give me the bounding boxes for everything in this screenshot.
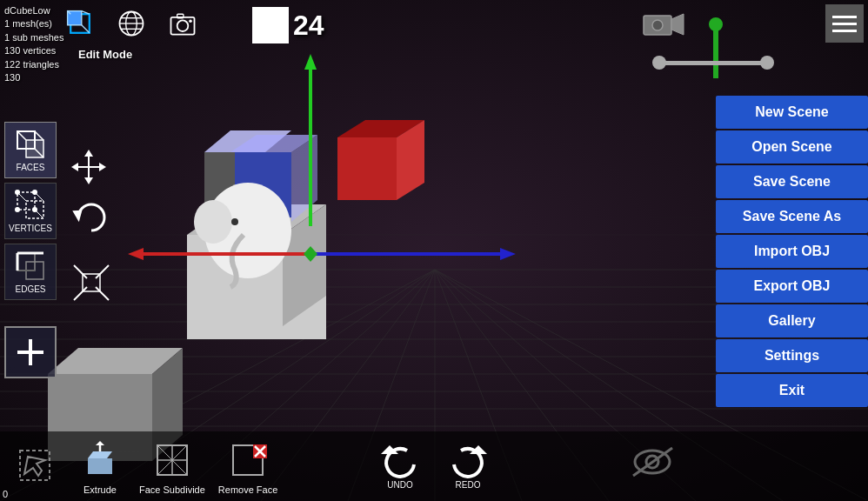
undo-label: UNDO bbox=[387, 480, 412, 490]
top-toolbar bbox=[61, 4, 202, 43]
svg-rect-108 bbox=[88, 458, 112, 474]
undo-button[interactable]: UNDO bbox=[379, 444, 421, 490]
vertices-count: 130 vertices bbox=[4, 44, 63, 57]
svg-rect-106 bbox=[20, 451, 50, 480]
svg-line-72 bbox=[35, 131, 43, 140]
camera-icon[interactable] bbox=[642, 9, 685, 43]
edges-tool[interactable]: EDGES bbox=[4, 244, 57, 300]
svg-rect-65 bbox=[177, 14, 184, 18]
extrude-label: Extrude bbox=[83, 484, 117, 495]
svg-marker-93 bbox=[71, 163, 78, 171]
add-object-button[interactable] bbox=[4, 326, 57, 378]
frame-number: 24 bbox=[293, 10, 324, 42]
svg-marker-109 bbox=[88, 451, 112, 458]
faces-label: FACES bbox=[17, 163, 45, 172]
select-tool-button[interactable] bbox=[9, 443, 61, 490]
hamburger-line-2 bbox=[832, 23, 857, 25]
svg-marker-111 bbox=[96, 441, 104, 445]
coord-display: 0 bbox=[3, 489, 8, 499]
svg-marker-45 bbox=[128, 248, 144, 260]
save-scene-button[interactable]: Save Scene bbox=[716, 165, 868, 198]
select-icon bbox=[12, 443, 57, 488]
coord-value: 0 bbox=[3, 489, 8, 499]
extrude-tool-button[interactable]: Extrude bbox=[74, 438, 126, 495]
svg-rect-74 bbox=[26, 140, 43, 157]
globe-button[interactable] bbox=[112, 4, 150, 43]
open-scene-button[interactable]: Open Scene bbox=[716, 130, 868, 164]
svg-marker-43 bbox=[304, 54, 317, 70]
cube-mode-button[interactable] bbox=[61, 4, 99, 43]
svg-point-41 bbox=[231, 218, 238, 225]
svg-point-27 bbox=[760, 56, 774, 70]
svg-marker-107 bbox=[24, 457, 45, 476]
vertices-label: VERTICES bbox=[9, 224, 52, 233]
info-panel: dCubeLow 1 mesh(es) 1 sub meshes 130 ver… bbox=[4, 4, 63, 84]
import-obj-button[interactable]: Import OBJ bbox=[716, 235, 868, 268]
svg-marker-92 bbox=[84, 177, 93, 184]
redo-button[interactable]: REDO bbox=[447, 444, 489, 490]
svg-marker-94 bbox=[99, 163, 106, 171]
svg-rect-25 bbox=[661, 61, 765, 65]
svg-line-57 bbox=[82, 25, 90, 33]
extra-count: 130 bbox=[4, 71, 63, 84]
new-scene-button[interactable]: New Scene bbox=[716, 96, 868, 129]
svg-point-24 bbox=[709, 17, 723, 31]
object-name: dCubeLow bbox=[4, 4, 63, 17]
frame-counter: 24 bbox=[252, 7, 324, 43]
svg-line-99 bbox=[96, 287, 109, 300]
faces-tool[interactable]: FACES bbox=[4, 122, 57, 178]
triangles-count: 122 triangles bbox=[4, 58, 63, 71]
left-tools-panel: FACES VERTICES bbox=[4, 122, 57, 300]
hamburger-line-1 bbox=[832, 16, 857, 18]
svg-line-98 bbox=[74, 287, 87, 300]
bottom-toolbar: Extrude Face Subdivide bbox=[0, 431, 868, 501]
svg-point-64 bbox=[177, 20, 189, 31]
edges-label: EDGES bbox=[15, 284, 45, 294]
svg-point-80 bbox=[15, 190, 20, 195]
svg-point-82 bbox=[15, 207, 20, 212]
right-menu: New Scene Open Scene Save Scene Save Sce… bbox=[716, 96, 868, 407]
face-subdivide-icon bbox=[150, 438, 195, 483]
svg-marker-47 bbox=[500, 248, 516, 260]
edit-mode-label: Edit Mode bbox=[78, 48, 132, 61]
svg-marker-95 bbox=[72, 206, 86, 222]
hamburger-line-3 bbox=[832, 30, 857, 32]
face-subdivide-button[interactable]: Face Subdivide bbox=[139, 438, 205, 495]
svg-line-97 bbox=[96, 265, 109, 278]
face-subdivide-label: Face Subdivide bbox=[139, 484, 205, 495]
save-scene-as-button[interactable]: Save Scene As bbox=[716, 200, 868, 233]
exit-button[interactable]: Exit bbox=[716, 374, 868, 407]
svg-rect-28 bbox=[337, 137, 397, 200]
export-obj-button[interactable]: Export OBJ bbox=[716, 270, 868, 303]
undo-rotate-tool[interactable] bbox=[70, 196, 113, 243]
svg-point-40 bbox=[194, 200, 232, 244]
remove-face-icon bbox=[225, 438, 270, 483]
screenshot-button[interactable] bbox=[164, 4, 202, 43]
svg-line-71 bbox=[17, 131, 26, 140]
svg-rect-23 bbox=[713, 26, 718, 78]
remove-face-label: Remove Face bbox=[218, 484, 277, 495]
frame-box bbox=[252, 7, 289, 43]
svg-point-26 bbox=[652, 56, 666, 70]
redo-label: REDO bbox=[456, 480, 481, 490]
gallery-button[interactable]: Gallery bbox=[716, 304, 868, 337]
svg-marker-91 bbox=[84, 150, 93, 157]
sub-meshes: 1 sub meshes bbox=[4, 31, 63, 44]
svg-point-69 bbox=[652, 20, 663, 30]
hamburger-button[interactable] bbox=[825, 4, 864, 43]
mesh-count: 1 mesh(es) bbox=[4, 17, 63, 30]
extrude-icon bbox=[77, 438, 123, 483]
svg-point-81 bbox=[32, 190, 37, 195]
remove-face-button[interactable]: Remove Face bbox=[218, 438, 277, 495]
settings-button[interactable]: Settings bbox=[716, 339, 868, 372]
svg-point-66 bbox=[189, 20, 192, 23]
vertices-tool[interactable]: VERTICES bbox=[4, 183, 57, 239]
svg-line-96 bbox=[74, 265, 87, 278]
viewport[interactable]: dCubeLow 1 mesh(es) 1 sub meshes 130 ver… bbox=[0, 0, 868, 501]
svg-marker-68 bbox=[671, 14, 684, 35]
scale-tool[interactable] bbox=[70, 261, 113, 308]
svg-point-83 bbox=[32, 207, 37, 212]
move-tool[interactable] bbox=[70, 148, 108, 190]
